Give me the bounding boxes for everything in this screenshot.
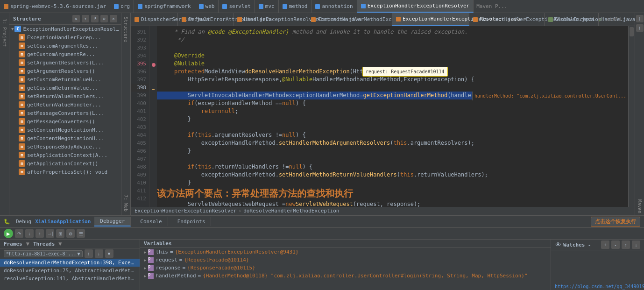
tab-web[interactable]: web [195,0,219,13]
user-indicator[interactable]: xiali... [606,13,635,26]
tab-handler-composite[interactable]: HandlerExceptionResolverComposite.java [234,13,307,26]
tab-default-error[interactable]: DefaultErrorAttributes.java [178,13,234,26]
tree-item-9[interactable]: m setMessageConverters(L... [9,109,121,117]
tab-springframework[interactable]: springframework [134,0,195,13]
method-label: setCustomArgumentRes... [27,43,98,49]
tab-exception-resolver[interactable]: ExceptionHandlerExceptionResolver [357,0,474,13]
sort-icon[interactable]: ⇅ [72,15,80,22]
thread-down-button[interactable]: ↓ [95,249,103,258]
gutter-breakpoint[interactable] [151,61,156,69]
mute-breakpoints-button[interactable]: ⊘ [66,229,75,238]
debug-value-handler: handlerMethod: "com.zlj.xialiao.controll… [472,92,628,100]
tab-servlet[interactable]: servlet [219,0,255,13]
method-label: setApplicationContext(A... [27,152,107,158]
method-label: getApplicationContext() [27,161,98,167]
evaluate-button[interactable]: ⊞ [56,229,64,238]
tab-label: org [120,3,130,9]
expand-icon[interactable]: P [91,15,99,22]
watch-up-button[interactable]: ↑ [622,240,630,249]
tab-global-exception[interactable]: GlobalExceptionHandle.java [545,13,598,26]
tree-item-class[interactable]: ▼ C ExceptionHandlerExceptionResolver [9,25,121,33]
scrollbar-vertical[interactable] [628,26,635,207]
field-icon: P [148,257,154,263]
method-label: ExceptionHandlerExcep... [27,35,101,41]
tree-item-16[interactable]: m afterPropertiesSet(): void [9,168,121,176]
debug-tab-endpoints[interactable]: Endpoints [172,217,212,226]
breadcrumb-separator: › [239,208,242,214]
settings-debug-button[interactable]: ☰ [77,229,85,238]
debug-panel: 🐛 Debug XialiaoApplication Debugger Cons… [0,215,644,290]
code-line-406 [157,155,628,163]
thread-filter-button[interactable]: ▼ [105,249,113,258]
tree-item-10[interactable]: m getMessageConverters() [9,117,121,126]
tab-dispatcher-servlet[interactable]: DispatcherServlet.java [131,13,178,26]
add-watch-button[interactable]: + [601,240,609,249]
content-area: 1: Project Structure ⇅ ↑ P ⚙ ✕ ▼ C Excep [0,13,644,215]
step-out-button[interactable]: ↑ [35,229,44,238]
tree-item-1[interactable]: m setCustomArgumentRes... [9,42,121,50]
watches-header: 👁 Watches - + - ↑ ↓ [551,240,644,250]
close-sidebar-icon[interactable]: ✕ [110,15,117,22]
expand-right-icon[interactable]: ⟨ [636,15,644,22]
tab-abstract-exception[interactable]: AbstractHandlerExceptionResolver.java ✕ [469,13,545,26]
tree-item-11[interactable]: m setContentNegotiationM... [9,126,121,134]
tree-item-15[interactable]: m getApplicationContext() [9,159,121,168]
resume-button[interactable]: ▶ [4,229,13,238]
filter-icon[interactable]: ↑ [82,15,89,22]
thread-up-button[interactable]: ↑ [85,249,93,258]
tree-item-12[interactable]: m getContentNegotiationH... [9,134,121,142]
settings-icon[interactable]: ⚙ [100,15,108,22]
web-label: 7: Web [123,195,128,212]
step-over-button[interactable]: ↷ [15,229,23,238]
var-item-this[interactable]: ▶ P this = {ExceptionHandlerExceptionRes… [140,248,551,256]
tree-item-5[interactable]: m setCustomReturnValueH... [9,75,121,84]
thread-dropdown[interactable]: *http-nio-8811-exec-8"... ▼ [4,250,83,257]
tree-item-8[interactable]: m getReturnValueHandler... [9,100,121,109]
var-item-request[interactable]: ▶ P request = {RequestFacade@10114} [140,256,551,264]
remove-watch-button[interactable]: - [611,240,620,249]
step-into-button[interactable]: ↓ [25,229,34,238]
sync-indicator: ✓ [599,13,606,26]
structure-tree: ▼ C ExceptionHandlerExceptionResolver m … [9,25,121,215]
var-item-response[interactable]: ▶ P response = {ResponseFacade@10115} [140,264,551,272]
java-icon [182,17,186,22]
tab-mvc[interactable]: mvc [255,0,279,13]
watch-down-button[interactable]: ↓ [632,240,640,249]
maven-panel-toggle[interactable]: Maven P... [474,0,510,13]
tree-item-7[interactable]: m setReturnValueHandlers... [9,92,121,100]
tab-annotation[interactable]: annotation [311,0,357,13]
code-content[interactable]: * Find an @code @ExceptionHandler} metho… [157,26,628,207]
debug-tab-debugger[interactable]: Debugger [94,217,131,226]
collapse-right-icon[interactable]: ⟩ [636,24,644,32]
tree-item-14[interactable]: m setApplicationContext(A... [9,151,121,159]
project-label[interactable]: 1: Project [2,19,7,47]
tab-exception-handler-active[interactable]: ExceptionHandlerExceptionResolver.java ✕ [392,13,469,26]
method-label: setReturnValueHandlers... [27,93,105,99]
tree-item-4[interactable]: m getArgumentResolvers() [9,67,121,75]
frame-item-0[interactable]: doResolveHandlerMethodException:398, Exc… [0,259,140,267]
tab-method[interactable]: method [279,0,312,13]
java-icon [396,17,401,21]
debug-app-name[interactable]: XialiaoApplication [35,219,91,225]
maven-label[interactable]: Maven [637,199,642,213]
code-line-399: if (exceptionHandlerMethod == null) { [157,99,628,107]
tab-sources-jar[interactable]: spring-webmvc-5.3.6-sources.jar [0,0,110,13]
var-item-handlermethod[interactable]: ▶ P handlerMethod = {HandlerMethod@10118… [140,272,551,280]
run-to-cursor-button[interactable]: →| [46,229,54,238]
tree-item-13[interactable]: m setResponseBodyAdvice... [9,142,121,151]
tree-item-0[interactable]: m ExceptionHandlerExcep... [9,33,121,42]
chinese-annotation: 该方法两个要点：异常处理器方法的查找和执行 [157,187,628,200]
scroll-thumb[interactable] [630,27,634,36]
tab-org[interactable]: org [110,0,134,13]
tree-item-2[interactable]: m getCustomArgumentRe... [9,50,121,58]
debug-tab-console[interactable]: Console [134,217,168,226]
tab-abstract-handler[interactable]: AbstractHandlerMethodExceptionResolver.j… [307,13,392,26]
method-label: getCustomReturnValue... [27,85,98,91]
tree-item-6[interactable]: m getCustomReturnValue... [9,84,121,92]
method-icon: m [19,118,25,125]
structure-label: Structure [123,17,128,42]
var-value: {ExceptionHandlerExceptionResolver@9431} [175,249,299,255]
frame-item-2[interactable]: resolveException:141, AbstractHandlerMet… [0,275,140,283]
frame-item-1[interactable]: doResolveException:75, AbstractHandlerMe… [0,267,140,275]
tree-item-3[interactable]: m setArgumentResolvers(L... [9,58,121,67]
